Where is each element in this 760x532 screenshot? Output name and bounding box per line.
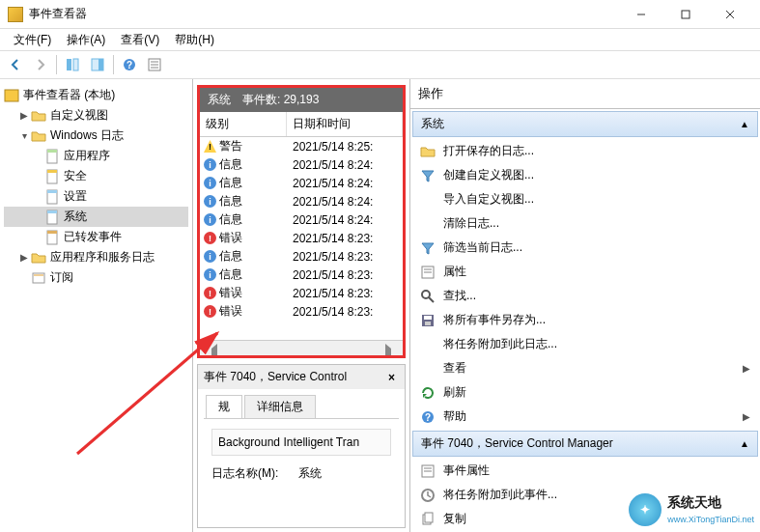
chevron-up-icon: ▲ — [740, 438, 749, 449]
table-row[interactable]: i信息2021/5/14 8:24: — [200, 210, 403, 229]
chevron-right-icon: ▶ — [743, 363, 750, 374]
navigation-tree: 事件查看器 (本地) ▶ 自定义视图 ▾ Windows 日志 应用程序 安全 — [0, 79, 193, 532]
menu-action[interactable]: 操作(A) — [59, 30, 113, 50]
menu-view[interactable]: 查看(V) — [113, 30, 167, 50]
svg-rect-7 — [99, 59, 103, 70]
svg-text:?: ? — [127, 60, 132, 70]
menu-help[interactable]: 帮助(H) — [167, 30, 222, 50]
tab-general[interactable]: 规 — [206, 395, 242, 418]
horizontal-scrollbar[interactable] — [200, 340, 403, 355]
collapse-icon[interactable]: ▾ — [17, 130, 31, 141]
tree-subscriptions[interactable]: 订阅 — [4, 267, 188, 288]
detail-tabs: 规 详细信息 — [198, 389, 405, 418]
table-row[interactable]: !警告2021/5/14 8:25: — [200, 137, 403, 155]
tree-setup-log[interactable]: 设置 — [4, 186, 188, 207]
tree-label: 设置 — [64, 188, 87, 205]
tree-app-service-logs[interactable]: ▶ 应用程序和服务日志 — [4, 247, 188, 267]
action-item[interactable]: 刷新 — [410, 380, 760, 405]
col-level[interactable]: 级别 — [200, 112, 287, 136]
back-button[interactable] — [4, 53, 27, 76]
action-item[interactable]: 事件属性 — [410, 459, 760, 483]
action-group-event[interactable]: 事件 7040，Service Control Manager ▲ — [412, 431, 758, 457]
level-text: 信息 — [219, 175, 242, 191]
watermark: ✦ 系统天地 www.XiTongTianDi.net — [629, 493, 754, 526]
datetime-text: 2021/5/14 8:24: — [287, 158, 403, 172]
action-item[interactable]: 将任务附加到此日志... — [410, 332, 760, 356]
action-label: 清除日志... — [443, 215, 499, 232]
col-datetime[interactable]: 日期和时间 — [287, 112, 403, 136]
minimize-button[interactable] — [619, 0, 663, 29]
show-hide-tree-button[interactable] — [61, 53, 84, 76]
table-row[interactable]: i信息2021/5/14 8:23: — [200, 247, 403, 266]
help-button[interactable]: ? — [118, 53, 141, 76]
forward-button[interactable] — [29, 53, 52, 76]
props-icon — [420, 463, 436, 479]
actions-pane: 操作 系统 ▲ 打开保存的日志...创建自定义视图...导入自定义视图...清除… — [409, 79, 760, 532]
svg-rect-41 — [425, 513, 433, 522]
expand-icon[interactable]: ▶ — [17, 110, 31, 121]
info-icon: i — [204, 195, 216, 208]
action-item[interactable]: 查看▶ — [410, 356, 760, 380]
folder-icon — [31, 250, 46, 266]
log-icon — [44, 149, 60, 164]
tree-application-log[interactable]: 应用程序 — [4, 146, 188, 166]
svg-rect-16 — [47, 150, 57, 153]
detail-body: Background Intelligent Tran 日志名称(M): 系统 — [204, 418, 399, 527]
expand-icon[interactable]: ▶ — [17, 252, 31, 263]
action-item[interactable]: ?帮助▶ — [410, 405, 760, 429]
datetime-text: 2021/5/14 8:24: — [287, 195, 403, 209]
svg-rect-14 — [5, 90, 18, 101]
eventviewer-icon — [4, 88, 19, 103]
level-text: 信息 — [219, 248, 242, 265]
action-item[interactable]: 清除日志... — [410, 211, 760, 236]
action-group-system[interactable]: 系统 ▲ — [412, 111, 758, 137]
action-item[interactable]: 将所有事件另存为... — [410, 308, 760, 332]
err-icon: ! — [204, 305, 216, 318]
action-item[interactable]: 打开保存的日志... — [410, 139, 760, 163]
table-row[interactable]: i信息2021/5/14 8:24: — [200, 155, 403, 174]
table-row[interactable]: i信息2021/5/14 8:23: — [200, 266, 403, 284]
show-hide-action-button[interactable] — [86, 53, 109, 76]
close-button[interactable] — [708, 0, 752, 29]
tree-custom-views[interactable]: ▶ 自定义视图 — [4, 105, 188, 126]
table-row[interactable]: i信息2021/5/14 8:24: — [200, 174, 403, 192]
action-item[interactable]: 导入自定义视图... — [410, 187, 760, 211]
menu-file[interactable]: 文件(F) — [6, 30, 59, 50]
svg-rect-33 — [425, 322, 431, 325]
info-icon: i — [204, 213, 216, 226]
action-label: 将任务附加到此事件... — [443, 487, 557, 503]
event-description: Background Intelligent Tran — [211, 429, 391, 456]
svg-rect-1 — [682, 11, 690, 18]
properties-button[interactable] — [143, 53, 166, 76]
action-label: 刷新 — [443, 384, 466, 401]
tree-forwarded-log[interactable]: 已转发事件 — [4, 227, 188, 247]
watermark-icon: ✦ — [629, 493, 661, 526]
tree-system-log[interactable]: 系统 — [4, 207, 188, 227]
maximize-button[interactable] — [663, 0, 708, 29]
table-row[interactable]: !错误2021/5/14 8:23: — [200, 284, 403, 302]
blank-icon — [420, 192, 436, 208]
event-rows[interactable]: !警告2021/5/14 8:25:i信息2021/5/14 8:24:i信息2… — [200, 137, 403, 340]
action-item[interactable]: 属性 — [410, 260, 760, 284]
action-item[interactable]: 查找... — [410, 284, 760, 308]
tree-label: Windows 日志 — [50, 127, 124, 144]
table-row[interactable]: !错误2021/5/14 8:23: — [200, 229, 403, 247]
logname-label: 日志名称(M): — [211, 465, 298, 482]
datetime-text: 2021/5/14 8:23: — [287, 287, 403, 300]
table-row[interactable]: !错误2021/5/14 8:23: — [200, 302, 403, 321]
tree-windows-logs[interactable]: ▾ Windows 日志 — [4, 126, 188, 146]
level-text: 信息 — [219, 266, 242, 283]
tree-security-log[interactable]: 安全 — [4, 166, 188, 186]
tab-details[interactable]: 详细信息 — [244, 395, 316, 418]
info-icon: i — [204, 177, 216, 189]
action-item[interactable]: 筛选当前日志... — [410, 236, 760, 260]
table-row[interactable]: i信息2021/5/14 8:24: — [200, 192, 403, 210]
folder-icon — [31, 128, 46, 144]
tree-root[interactable]: 事件查看器 (本地) — [4, 85, 188, 105]
filter-icon — [420, 168, 436, 183]
toolbar-separator — [113, 55, 114, 74]
title-bar: 事件查看器 — [0, 0, 760, 29]
action-item[interactable]: 创建自定义视图... — [410, 163, 760, 187]
chevron-up-icon: ▲ — [740, 119, 749, 129]
detail-close-button[interactable]: × — [384, 371, 399, 384]
